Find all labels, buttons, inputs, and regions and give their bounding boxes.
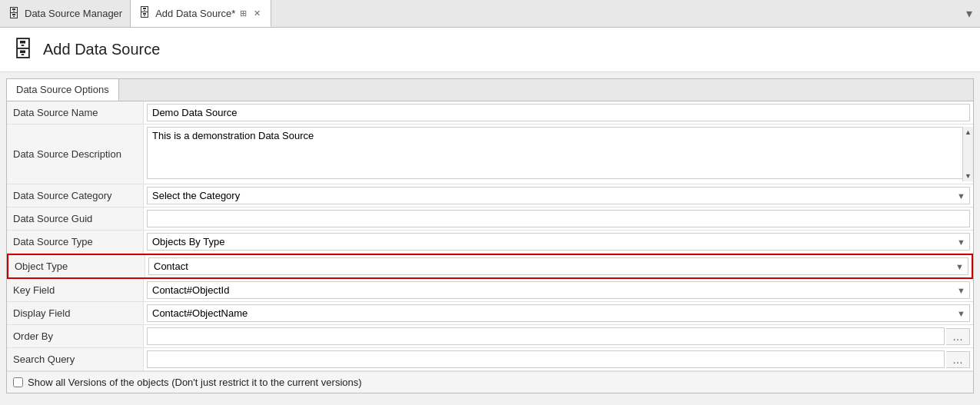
form-row-checkbox: Show all Versions of the objects (Don't … — [7, 371, 973, 393]
checkbox-show-all-versions[interactable] — [13, 377, 23, 387]
select-key-field[interactable]: Contact#ObjectId — [147, 281, 970, 299]
tab-add-data-source[interactable]: 🗄 Add Data Source* ⊞ ✕ — [131, 0, 271, 27]
textarea-scrollbar: ▲ ▼ — [962, 127, 973, 181]
order-by-dots-button[interactable]: … — [946, 328, 970, 345]
label-description: Data Source Description — [7, 124, 144, 184]
form-row-guid: Data Source Guid — [7, 207, 973, 231]
input-name[interactable] — [147, 104, 970, 121]
form-row-order-by: Order By … — [7, 325, 973, 348]
page-header-db-icon: 🗄 — [12, 37, 34, 62]
value-category: Select the Category ▼ — [144, 184, 973, 207]
select-key-field-wrapper: Contact#ObjectId ▼ — [147, 281, 970, 299]
label-search-query: Search Query — [7, 348, 144, 370]
input-search-query[interactable] — [147, 350, 945, 368]
select-type[interactable]: Objects By Type — [147, 233, 970, 251]
page-header: 🗄 Add Data Source — [0, 28, 980, 72]
select-type-wrapper: Objects By Type ▼ — [147, 233, 970, 251]
checkbox-label[interactable]: Show all Versions of the objects (Don't … — [13, 377, 362, 388]
value-search-query: … — [144, 348, 973, 370]
label-key-field: Key Field — [7, 279, 144, 301]
form-row-category: Data Source Category Select the Category… — [7, 184, 973, 207]
value-key-field: Contact#ObjectId ▼ — [144, 279, 973, 301]
select-category-wrapper: Select the Category ▼ — [147, 187, 970, 204]
value-object-type: Contact ▼ — [145, 255, 972, 277]
select-category[interactable]: Select the Category — [147, 187, 970, 204]
select-display-field[interactable]: Contact#ObjectName — [147, 304, 970, 322]
label-type: Data Source Type — [7, 231, 144, 253]
form-row-object-type: Object Type Contact ▼ — [7, 254, 973, 279]
value-order-by: … — [144, 325, 973, 347]
form-row-name: Data Source Name — [7, 101, 973, 124]
page-title: Add Data Source — [43, 41, 160, 58]
scroll-up-icon[interactable]: ▲ — [965, 128, 972, 136]
form-panel: Data Source Name Data Source Description… — [6, 101, 974, 393]
label-name: Data Source Name — [7, 101, 144, 124]
checkbox-text: Show all Versions of the objects (Don't … — [28, 377, 362, 388]
form-row-key-field: Key Field Contact#ObjectId ▼ — [7, 279, 973, 302]
form-row-search-query: Search Query … — [7, 348, 973, 371]
search-query-field-wrap: … — [147, 350, 970, 368]
form-row-description: Data Source Description ▲ ▼ — [7, 124, 973, 184]
scroll-down-icon[interactable]: ▼ — [965, 172, 972, 180]
input-order-by[interactable] — [147, 327, 945, 345]
options-tab-data-source-options[interactable]: Data Source Options — [7, 79, 119, 101]
textarea-wrap: ▲ ▼ — [147, 127, 973, 181]
options-tab-bar: Data Source Options — [6, 78, 974, 101]
textarea-description[interactable] — [147, 127, 973, 179]
select-display-field-wrapper: Contact#ObjectName ▼ — [147, 304, 970, 322]
order-by-field-wrap: … — [147, 327, 970, 345]
label-category: Data Source Category — [7, 184, 144, 207]
tab-bar-dropdown-icon[interactable]: ▾ — [966, 6, 980, 21]
tab-pin-icon[interactable]: ⊞ — [240, 8, 247, 18]
tab-db-icon-2: 🗄 — [138, 6, 151, 20]
value-type: Objects By Type ▼ — [144, 231, 973, 253]
tab-label-1: Data Source Manager — [25, 8, 122, 19]
form-row-display-field: Display Field Contact#ObjectName ▼ — [7, 302, 973, 325]
value-name — [144, 101, 973, 124]
tab-bar-left: 🗄 Data Source Manager 🗄 Add Data Source*… — [0, 0, 271, 27]
search-query-dots-button[interactable]: … — [946, 351, 970, 368]
main-content: Data Source Options Data Source Name Dat… — [0, 72, 980, 400]
label-guid: Data Source Guid — [7, 207, 144, 230]
label-display-field: Display Field — [7, 302, 144, 324]
options-tab-label: Data Source Options — [16, 84, 109, 95]
label-object-type: Object Type — [8, 255, 145, 277]
label-order-by: Order By — [7, 325, 144, 347]
tab-label-2: Add Data Source* — [155, 8, 235, 19]
input-guid[interactable] — [147, 210, 970, 227]
tab-bar: 🗄 Data Source Manager 🗄 Add Data Source*… — [0, 0, 980, 28]
tab-db-icon-1: 🗄 — [8, 7, 20, 21]
tab-close-button[interactable]: ✕ — [251, 7, 263, 20]
value-display-field: Contact#ObjectName ▼ — [144, 302, 973, 324]
select-object-type-wrapper: Contact ▼ — [148, 257, 968, 275]
value-guid — [144, 207, 973, 230]
value-description: ▲ ▼ — [144, 124, 973, 184]
tab-data-source-manager[interactable]: 🗄 Data Source Manager — [0, 0, 131, 27]
form-row-type: Data Source Type Objects By Type ▼ — [7, 231, 973, 254]
select-object-type[interactable]: Contact — [148, 257, 968, 275]
